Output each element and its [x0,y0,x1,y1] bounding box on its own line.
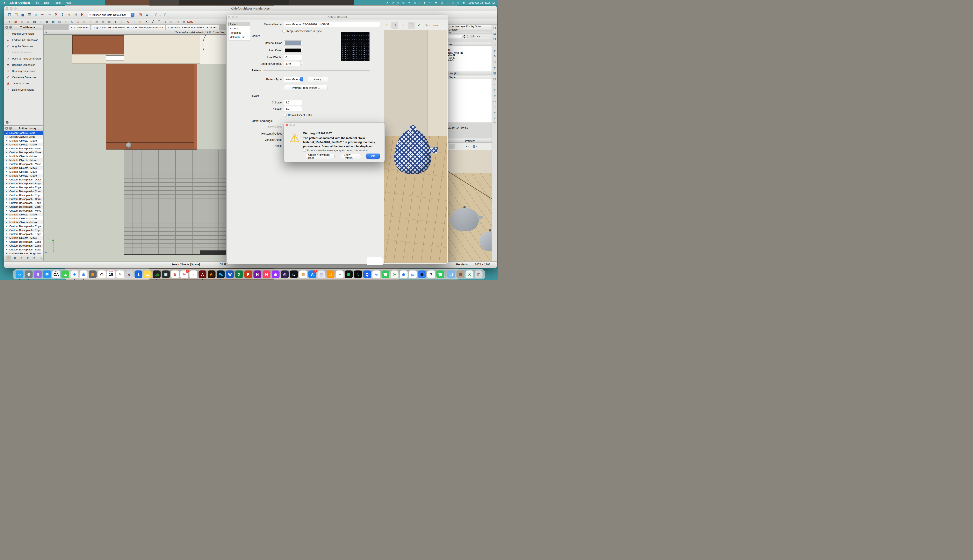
clock[interactable]: ◷ [98,270,106,278]
finder[interactable]: ☺ [16,270,23,278]
action-history-item[interactable]: ➤ Custom Backsplash - Move [4,147,43,150]
box-icon[interactable]: □ [169,19,174,24]
angular-dimension[interactable]: ∠ Angular Dimension [4,43,43,49]
library-tree-item[interactable]: ER, MATTE [448,51,492,54]
pan-window-icon[interactable]: ☞ [492,82,497,87]
control-center-icon[interactable]: ⧉ [458,1,459,4]
folders-header[interactable]: ers [448,43,492,46]
line-color-swatch[interactable] [284,48,302,53]
core-catalogs-icon[interactable]: ❑ [470,35,475,38]
material-texture-preview-icon[interactable]: ⌂ [457,144,463,149]
upper-cabinet-band[interactable] [72,35,124,55]
ruler-icon[interactable]: ╱ [119,19,125,24]
tab-close-icon[interactable]: ✕ [449,25,451,28]
powerpoint[interactable]: P [244,270,252,278]
do-not-show-checkbox[interactable] [303,149,306,152]
iphone-mirroring[interactable]: ▯ [34,270,42,278]
privacy-lock-icon[interactable]: ◍ [402,1,405,4]
color-chooser-spray[interactable]: C [6,255,11,260]
library-tree-item[interactable]: 09-54 [448,59,492,62]
material-box-icon[interactable]: ▮ [112,19,118,24]
tab-working-plan[interactable]: ✕ ▦ *DuncanRemodelrevised4.13.26: Workin… [91,25,165,30]
nav-materials-list[interactable]: Materials List [229,35,250,39]
action-history-item[interactable]: ➤ Custom Backsplash - Move [4,208,43,213]
menubar-menu[interactable]: Tools [54,1,61,4]
expand-view-icon[interactable]: ◳ [492,77,497,81]
forward-icon[interactable]: ❯ [466,35,469,38]
subtab-close-icon[interactable]: ✕ [45,31,47,33]
trash[interactable]: ◫ [475,270,483,278]
line-icon[interactable]: ╱ [150,19,155,24]
warning-close-icon[interactable] [286,124,288,127]
room-painter-spray[interactable]: R [19,255,24,260]
panel-close-icon[interactable]: ✕ [5,26,8,29]
messages[interactable]: ☁ [62,270,69,278]
cross-marker-icon[interactable]: ✕ [144,19,149,24]
facetime[interactable]: ☎ [381,270,390,278]
podcasts[interactable]: ◉ [272,270,280,278]
send-to-layout-icon[interactable]: ⇑ [33,12,39,18]
panel-dock-icon[interactable]: ❐ [9,26,12,29]
action-history-item[interactable]: ➤ Multiple Objects - Move [4,143,43,147]
window-tools-icon[interactable]: ▤ [32,19,37,24]
undo-icon[interactable]: ↶ [40,12,45,18]
sync-checkbox[interactable] [283,30,285,32]
auto-dimension-icon[interactable]: A [125,19,131,24]
open-plan-icon[interactable]: ❐ [13,12,19,18]
exterior-door-icon[interactable]: ⌂ [69,19,75,24]
library-search-input[interactable] [448,35,462,38]
action-history-item[interactable]: ➤ Custom Backsplash - Corn [4,197,43,201]
calculator[interactable]: ⊞ [89,270,97,278]
library-browser-icon[interactable]: ❑ [492,26,497,30]
brick-image-file[interactable]: ▤ [456,270,464,278]
floor-down-icon[interactable]: ≫ [154,13,158,17]
one-password[interactable]: 1 [135,270,142,278]
text-tools-icon[interactable]: T [131,19,137,24]
acrobat[interactable]: A [199,270,206,278]
ok-button[interactable]: OK [366,153,380,159]
notes-document[interactable]: ✎ [116,270,124,278]
roof-tools-icon[interactable]: ⌂ [75,19,81,24]
action-history-item[interactable]: ➤ Multiple Objects - Move [4,170,43,173]
action-history-item[interactable]: ➤ Custom Backsplash - Edge [4,201,43,205]
wifi-icon[interactable]: ◠ [429,1,431,4]
project-browser-panel-icon[interactable]: ▤ [492,31,497,36]
page-setup-icon[interactable]: ▭ [492,99,497,103]
stair-tools-icon[interactable]: ▧ [57,19,62,24]
time-machine-icon[interactable]: ↺ [446,1,449,4]
scribble-app[interactable]: ∿ [373,270,380,278]
system-settings[interactable]: ⚙ [25,270,33,278]
dialog-title-bar[interactable]: Define Material [227,15,448,20]
select-objects-icon[interactable]: ➤ [7,19,12,24]
calendar[interactable]: Wed 15 [107,270,115,278]
news[interactable]: N [263,270,271,278]
rocket-icon[interactable]: ➤ [386,1,388,4]
floor-painter-spray[interactable]: F [25,255,30,260]
tall-cabinet[interactable] [106,64,197,150]
brick-house-icon[interactable]: ⌂ [88,19,94,24]
layer-display-panel-icon[interactable]: ❐ [492,37,497,42]
photoshop[interactable]: Ps [217,270,225,278]
action-history-item[interactable]: ➤ Custom Backsplash - Edge [4,243,43,248]
zoom-in-icon[interactable]: ⊕ [492,48,497,53]
delete-objects-icon[interactable]: ✕ [492,116,497,120]
terrain-icon[interactable]: ▱ [94,19,100,24]
line-weight-input[interactable]: 0 [284,55,302,60]
refresh-display-icon[interactable]: ↻ [492,93,497,98]
base-cabinet-icon[interactable]: ▦ [50,19,56,24]
warning-minimize-icon[interactable] [289,124,292,127]
tab-camera-view[interactable]: ✕ ◉ *DuncanRemodelrevised4.13.26: Ful [166,25,219,30]
action-history-item[interactable]: ➤ Multiple Objects - Move [4,220,43,224]
zoom-out-icon[interactable]: ⊖ [492,54,497,58]
cooking-app[interactable]: ♨ [171,270,179,278]
action-history-item[interactable]: ➤ Custom Backsplash - Edge [4,240,43,243]
action-history-item[interactable]: ➤ Multiple Objects - Move [4,173,43,178]
deck-tools-icon[interactable]: ▥ [19,19,25,24]
action-history-item[interactable]: ➤ Custom Backsplash - Edge [4,232,43,236]
apple-tv[interactable]: tv [290,270,298,278]
siri-icon[interactable]: ◉ [463,1,465,4]
gear-icon[interactable]: ⚙ [6,120,9,125]
door-tools-icon[interactable]: ▯ [38,19,43,24]
arc-icon[interactable]: ⌒ [156,19,162,24]
menubar-clock[interactable]: Wed Apr 15 3:02 PM [469,1,495,4]
